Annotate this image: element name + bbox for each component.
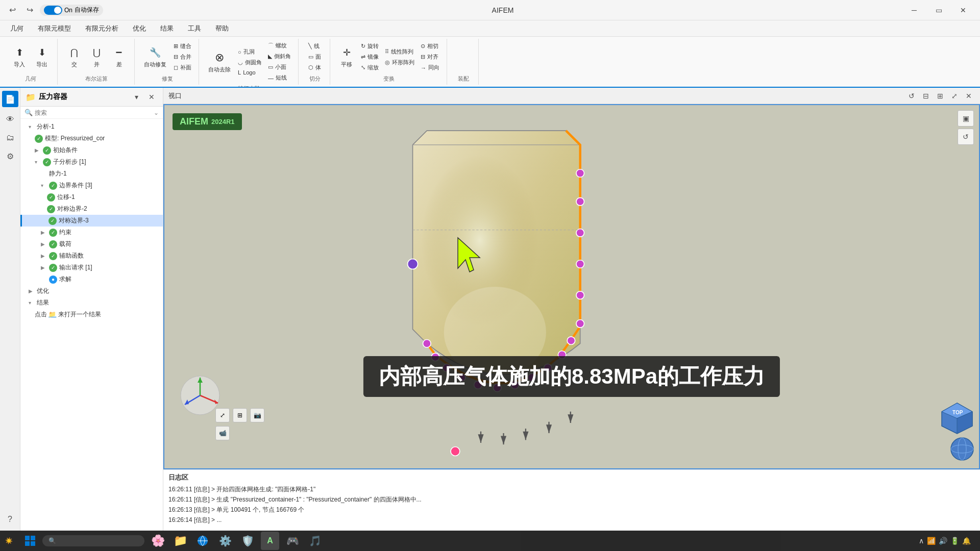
nav-settings-button[interactable]: ⚙: [2, 148, 18, 164]
taskbar-app-browser[interactable]: [193, 532, 212, 550]
search-input[interactable]: [35, 109, 152, 116]
network-icon[interactable]: 📶: [927, 537, 936, 545]
start-button[interactable]: [22, 533, 38, 549]
view-rotate-button[interactable]: ↺: [958, 129, 974, 145]
taskbar-app-flower[interactable]: 🌸: [149, 532, 167, 550]
linear-array-button[interactable]: ⠿ 线性阵列: [383, 47, 416, 57]
import-button[interactable]: ⬆ 导入: [9, 43, 30, 70]
menu-item-帮助[interactable]: 帮助: [209, 22, 235, 35]
tree-item-sym3[interactable]: ✓ 对称边界-3: [20, 215, 163, 227]
sidebar-close-button[interactable]: ✕: [145, 91, 158, 103]
maximize-button[interactable]: ▭: [927, 2, 950, 18]
tree-item-label: 结果: [37, 298, 49, 307]
nav-document-button[interactable]: 📄: [2, 91, 18, 107]
viewport-split-v-button[interactable]: ⊟: [920, 90, 932, 102]
merge-button[interactable]: ⊟ 合并: [172, 52, 193, 62]
taskbar-app-extra1[interactable]: 🎮: [283, 532, 302, 550]
fit-view-button[interactable]: ⤢: [215, 408, 230, 422]
taskbar-app-extra2[interactable]: 🎵: [306, 532, 324, 550]
tree-item-sym2[interactable]: ✓ 对称边界-2: [20, 203, 163, 215]
notification-icon[interactable]: 🔔: [962, 537, 971, 545]
tree-item-solve[interactable]: ▶ ● 求解: [20, 273, 163, 285]
cut-line-button[interactable]: ╲ 线: [306, 41, 323, 51]
tree-item-label: 辅助函数: [59, 252, 84, 260]
short-line-button[interactable]: — 短线: [266, 73, 293, 83]
viewport-refresh-button[interactable]: ↺: [905, 90, 918, 102]
undo-button[interactable]: ↩: [5, 3, 19, 17]
same-dir-button[interactable]: → 同向: [419, 63, 442, 72]
autosave-toggle[interactable]: On 自动保存: [40, 5, 103, 16]
autosave-label: 自动保存: [75, 6, 99, 14]
taskbar-app-aifem[interactable]: A: [261, 532, 279, 550]
tree-item-aux[interactable]: ▶ ✓ 辅助函数: [20, 250, 163, 262]
translate-button[interactable]: ✛ 平移: [336, 43, 357, 70]
tree-item-boundary[interactable]: ▾ ✓ 边界条件 [3]: [20, 180, 163, 191]
viewport-split-h-button[interactable]: ⊞: [934, 90, 946, 102]
menu-item-优化[interactable]: 优化: [127, 22, 152, 35]
chamfer-button[interactable]: ◣ 倒斜角: [266, 52, 293, 61]
cut-body-button[interactable]: ⬡ 体: [306, 63, 323, 72]
view-select-button[interactable]: ▣: [958, 110, 974, 127]
tangent-button[interactable]: ⊙ 相切: [419, 41, 442, 51]
tree-item-initial[interactable]: ▶ ✓ 初始条件: [20, 144, 163, 156]
tree-item-load[interactable]: ▶ ✓ 载荷: [20, 238, 163, 250]
auto-repair-button[interactable]: 🔧 自动修复: [141, 43, 169, 70]
nav-layers-button[interactable]: 🗂: [2, 130, 18, 146]
menu-item-工具[interactable]: 工具: [182, 22, 207, 35]
svg-marker-26: [501, 436, 506, 445]
circular-array-button[interactable]: ◎ 环形阵列: [383, 58, 416, 67]
screenshot-button[interactable]: 📷: [250, 408, 264, 422]
small-face-button[interactable]: ▭ 小面: [266, 62, 293, 72]
tree-item-constraint[interactable]: ▶ ✓ 约束: [20, 227, 163, 238]
volume-icon[interactable]: 🔊: [939, 537, 947, 545]
viewport-close-button[interactable]: ✕: [963, 90, 975, 102]
auto-remove-button[interactable]: ⊗ 自动去除: [205, 48, 234, 76]
fill-button[interactable]: ◻ 补面: [172, 63, 193, 72]
mirror-button[interactable]: ⇌ 镜像: [359, 52, 381, 62]
tree-item-output[interactable]: ▶ ✓ 输出请求 [1]: [20, 262, 163, 273]
nav-view-button[interactable]: 👁: [2, 111, 18, 128]
viewport-expand-button[interactable]: ⤢: [948, 90, 961, 102]
rotate-button[interactable]: ↻ 旋转: [359, 41, 381, 51]
tree-item-static[interactable]: ▶ 静力-1: [20, 168, 163, 180]
battery-icon[interactable]: 🔋: [950, 537, 959, 545]
taskbar-search[interactable]: 🔍: [42, 535, 144, 546]
folder-icon: 📁: [26, 92, 36, 102]
stitch-button[interactable]: ⊞ 缝合: [172, 41, 193, 51]
taskbar-app-settings[interactable]: ⚙️: [216, 532, 234, 550]
nav-help-button[interactable]: ?: [2, 511, 18, 528]
hole-button[interactable]: ○ 孔洞: [236, 47, 264, 57]
menu-item-结果[interactable]: 结果: [154, 22, 180, 35]
tree-item-disp[interactable]: ✓ 位移-1: [20, 191, 163, 203]
tree-item-optimize[interactable]: ▶ 优化: [20, 285, 163, 297]
subtract-button[interactable]: − 差: [109, 43, 129, 70]
cut-face-button[interactable]: ▭ 面: [306, 52, 323, 62]
fillet-button[interactable]: ◡ 倒圆角: [236, 58, 264, 67]
redo-button[interactable]: ↪: [22, 3, 37, 17]
capture-button[interactable]: 📹: [215, 426, 230, 440]
align-button[interactable]: ⊟ 对齐: [419, 52, 442, 62]
tree-item-substep[interactable]: ▾ ✓ 子分析步 [1]: [20, 156, 163, 168]
tree-item-model[interactable]: ✓ 模型: Pressurized_cor: [20, 133, 163, 144]
tree-item-results-link[interactable]: 点击 📁 来打开一个结果: [20, 309, 163, 320]
scale-button[interactable]: ⤡ 缩放: [359, 63, 381, 72]
taskbar-app-explorer[interactable]: 📁: [171, 532, 189, 550]
export-button[interactable]: ⬇ 导出: [32, 43, 52, 70]
taskbar-app-security[interactable]: 🛡️: [238, 532, 257, 550]
tray-expand-icon[interactable]: ∧: [919, 537, 924, 545]
menu-item-几何[interactable]: 几何: [4, 22, 30, 35]
thread-button[interactable]: ⌒ 螺纹: [266, 41, 293, 51]
sidebar-expand-button[interactable]: ▾: [130, 91, 142, 103]
minimize-button[interactable]: ─: [902, 2, 926, 18]
menu-item-有限元模型[interactable]: 有限元模型: [32, 22, 77, 35]
union-button[interactable]: ⋃ 并: [86, 43, 107, 70]
grid-toggle-button[interactable]: ⊞: [233, 408, 247, 422]
tree-item-results[interactable]: ▾ 结果: [20, 297, 163, 309]
viewport-3d[interactable]: AIFEM 2024R1: [163, 104, 980, 469]
expand-icon: ▾: [29, 300, 35, 306]
tree-item-analysis1[interactable]: ▾ 分析-1: [20, 121, 163, 133]
close-button[interactable]: ✕: [951, 2, 975, 18]
intersect-button[interactable]: ⋂ 交: [64, 43, 84, 70]
menu-item-有限元分析[interactable]: 有限元分析: [79, 22, 125, 35]
logo-button[interactable]: L Logo: [236, 68, 264, 77]
